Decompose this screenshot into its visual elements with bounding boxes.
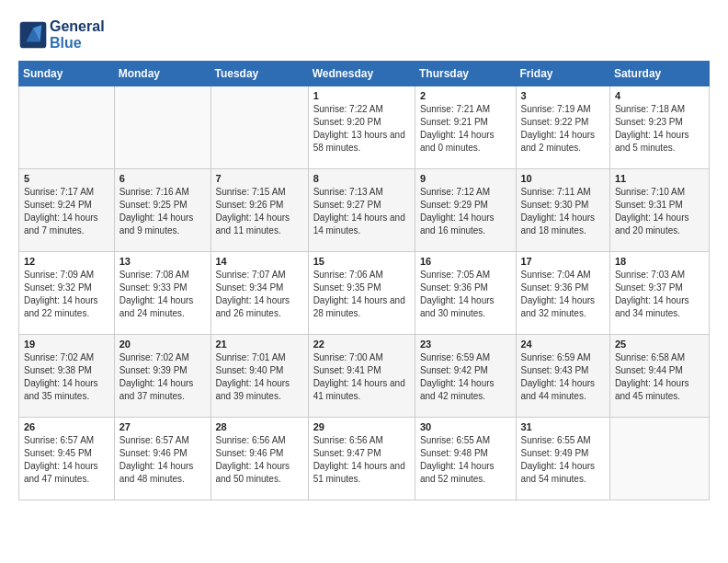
calendar-cell: 27Sunrise: 6:57 AMSunset: 9:46 PMDayligh… [114,418,210,500]
calendar-cell [114,86,210,169]
day-info: Sunrise: 7:03 AMSunset: 9:37 PMDaylight:… [615,269,704,320]
logo: General Blue [18,18,105,52]
calendar-cell: 23Sunrise: 6:59 AMSunset: 9:42 PMDayligh… [415,335,516,418]
weekday-header-monday: Monday [114,62,210,86]
day-number: 19 [24,339,109,350]
calendar-cell: 22Sunrise: 7:00 AMSunset: 9:41 PMDayligh… [308,335,415,418]
weekday-header-row: SundayMondayTuesdayWednesdayThursdayFrid… [19,62,710,86]
day-info: Sunrise: 6:55 AMSunset: 9:48 PMDaylight:… [420,434,511,486]
weekday-header-friday: Friday [516,62,609,86]
day-number: 22 [313,339,410,350]
day-number: 26 [24,421,109,432]
day-info: Sunrise: 7:12 AMSunset: 9:29 PMDaylight:… [420,186,511,237]
day-number: 21 [216,339,303,350]
day-number: 2 [420,90,511,101]
day-number: 20 [119,339,206,350]
day-info: Sunrise: 7:19 AMSunset: 9:22 PMDaylight:… [521,103,605,155]
calendar-cell: 8Sunrise: 7:13 AMSunset: 9:27 PMDaylight… [308,169,415,252]
day-info: Sunrise: 7:02 AMSunset: 9:38 PMDaylight:… [24,351,109,403]
day-info: Sunrise: 7:21 AMSunset: 9:21 PMDaylight:… [420,103,511,155]
calendar-cell [609,418,709,500]
day-number: 23 [420,339,511,350]
day-number: 15 [313,256,410,267]
day-info: Sunrise: 6:55 AMSunset: 9:49 PMDaylight:… [521,434,605,486]
day-number: 10 [521,173,605,184]
calendar-week-row: 19Sunrise: 7:02 AMSunset: 9:38 PMDayligh… [19,335,710,418]
calendar-week-row: 1Sunrise: 7:22 AMSunset: 9:20 PMDaylight… [19,86,710,169]
calendar-cell: 13Sunrise: 7:08 AMSunset: 9:33 PMDayligh… [114,252,210,335]
day-info: Sunrise: 7:22 AMSunset: 9:20 PMDaylight:… [313,103,410,155]
day-number: 5 [24,173,109,184]
day-info: Sunrise: 7:18 AMSunset: 9:23 PMDaylight:… [615,103,704,155]
day-number: 14 [216,256,303,267]
weekday-header-thursday: Thursday [415,62,516,86]
calendar-cell: 24Sunrise: 6:59 AMSunset: 9:43 PMDayligh… [516,335,609,418]
logo-text: General Blue [50,18,105,52]
day-info: Sunrise: 7:15 AMSunset: 9:26 PMDaylight:… [216,186,303,237]
calendar-cell: 9Sunrise: 7:12 AMSunset: 9:29 PMDaylight… [415,169,516,252]
day-info: Sunrise: 7:11 AMSunset: 9:30 PMDaylight:… [521,186,605,237]
calendar-cell: 3Sunrise: 7:19 AMSunset: 9:22 PMDaylight… [516,86,609,169]
calendar-cell [210,86,308,169]
day-info: Sunrise: 7:08 AMSunset: 9:33 PMDaylight:… [119,269,206,320]
logo-icon [18,20,48,50]
calendar-cell: 19Sunrise: 7:02 AMSunset: 9:38 PMDayligh… [19,335,115,418]
day-number: 7 [216,173,303,184]
weekday-header-tuesday: Tuesday [210,62,308,86]
calendar-week-row: 26Sunrise: 6:57 AMSunset: 9:45 PMDayligh… [19,418,710,500]
day-info: Sunrise: 7:16 AMSunset: 9:25 PMDaylight:… [119,186,206,237]
calendar-cell: 5Sunrise: 7:17 AMSunset: 9:24 PMDaylight… [19,169,115,252]
day-number: 17 [521,256,605,267]
day-number: 30 [420,421,511,432]
calendar-cell: 25Sunrise: 6:58 AMSunset: 9:44 PMDayligh… [609,335,709,418]
day-number: 12 [24,256,109,267]
calendar-cell: 10Sunrise: 7:11 AMSunset: 9:30 PMDayligh… [516,169,609,252]
calendar-cell [19,86,115,169]
calendar-cell: 30Sunrise: 6:55 AMSunset: 9:48 PMDayligh… [415,418,516,500]
calendar-cell: 28Sunrise: 6:56 AMSunset: 9:46 PMDayligh… [210,418,308,500]
day-number: 28 [216,421,303,432]
calendar-cell: 1Sunrise: 7:22 AMSunset: 9:20 PMDaylight… [308,86,415,169]
calendar-cell: 31Sunrise: 6:55 AMSunset: 9:49 PMDayligh… [516,418,609,500]
day-number: 25 [615,339,704,350]
day-number: 27 [119,421,206,432]
calendar-cell: 12Sunrise: 7:09 AMSunset: 9:32 PMDayligh… [19,252,115,335]
day-info: Sunrise: 7:04 AMSunset: 9:36 PMDaylight:… [521,269,605,320]
weekday-header-wednesday: Wednesday [308,62,415,86]
day-number: 6 [119,173,206,184]
day-info: Sunrise: 6:59 AMSunset: 9:43 PMDaylight:… [521,351,605,403]
day-number: 4 [615,90,704,101]
day-info: Sunrise: 6:57 AMSunset: 9:45 PMDaylight:… [24,434,109,486]
day-number: 11 [615,173,704,184]
calendar-cell: 4Sunrise: 7:18 AMSunset: 9:23 PMDaylight… [609,86,709,169]
day-number: 29 [313,421,410,432]
page-header: General Blue [18,18,710,52]
day-info: Sunrise: 7:07 AMSunset: 9:34 PMDaylight:… [216,269,303,320]
day-info: Sunrise: 6:56 AMSunset: 9:47 PMDaylight:… [313,434,410,486]
day-info: Sunrise: 6:56 AMSunset: 9:46 PMDaylight:… [216,434,303,486]
day-info: Sunrise: 7:06 AMSunset: 9:35 PMDaylight:… [313,269,410,320]
day-info: Sunrise: 7:00 AMSunset: 9:41 PMDaylight:… [313,351,410,403]
calendar-cell: 6Sunrise: 7:16 AMSunset: 9:25 PMDaylight… [114,169,210,252]
day-number: 13 [119,256,206,267]
calendar-week-row: 12Sunrise: 7:09 AMSunset: 9:32 PMDayligh… [19,252,710,335]
day-info: Sunrise: 6:57 AMSunset: 9:46 PMDaylight:… [119,434,206,486]
calendar-table: SundayMondayTuesdayWednesdayThursdayFrid… [18,61,710,500]
calendar-cell: 29Sunrise: 6:56 AMSunset: 9:47 PMDayligh… [308,418,415,500]
day-info: Sunrise: 7:13 AMSunset: 9:27 PMDaylight:… [313,186,410,237]
weekday-header-sunday: Sunday [19,62,115,86]
calendar-cell: 21Sunrise: 7:01 AMSunset: 9:40 PMDayligh… [210,335,308,418]
calendar-cell: 18Sunrise: 7:03 AMSunset: 9:37 PMDayligh… [609,252,709,335]
day-info: Sunrise: 6:58 AMSunset: 9:44 PMDaylight:… [615,351,704,403]
day-number: 9 [420,173,511,184]
day-info: Sunrise: 7:05 AMSunset: 9:36 PMDaylight:… [420,269,511,320]
day-number: 3 [521,90,605,101]
day-number: 16 [420,256,511,267]
day-info: Sunrise: 7:09 AMSunset: 9:32 PMDaylight:… [24,269,109,320]
day-number: 24 [521,339,605,350]
day-number: 1 [313,90,410,101]
calendar-cell: 7Sunrise: 7:15 AMSunset: 9:26 PMDaylight… [210,169,308,252]
calendar-cell: 15Sunrise: 7:06 AMSunset: 9:35 PMDayligh… [308,252,415,335]
calendar-week-row: 5Sunrise: 7:17 AMSunset: 9:24 PMDaylight… [19,169,710,252]
calendar-cell: 26Sunrise: 6:57 AMSunset: 9:45 PMDayligh… [19,418,115,500]
